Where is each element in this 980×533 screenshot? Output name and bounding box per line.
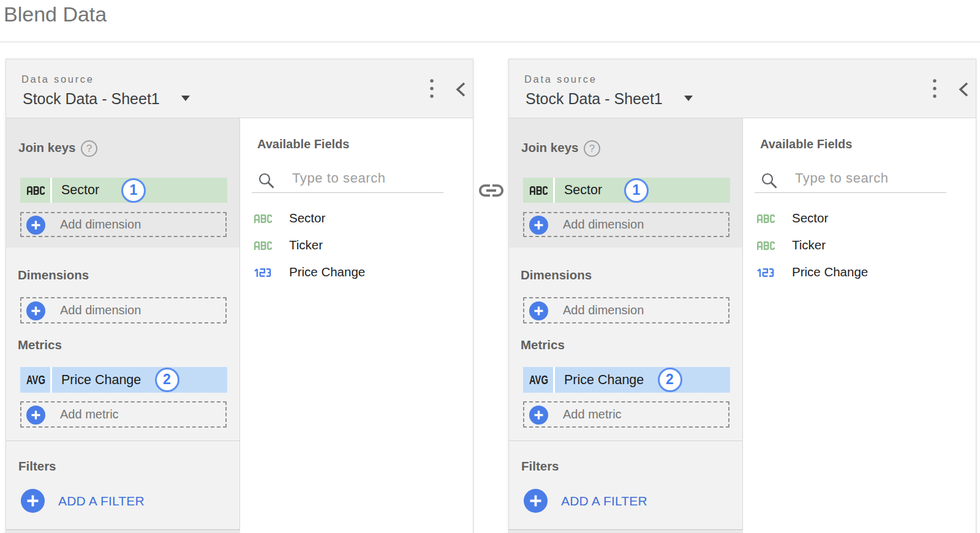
svg-text:AVG: AVG — [26, 375, 45, 385]
svg-text:AVG: AVG — [529, 375, 548, 385]
